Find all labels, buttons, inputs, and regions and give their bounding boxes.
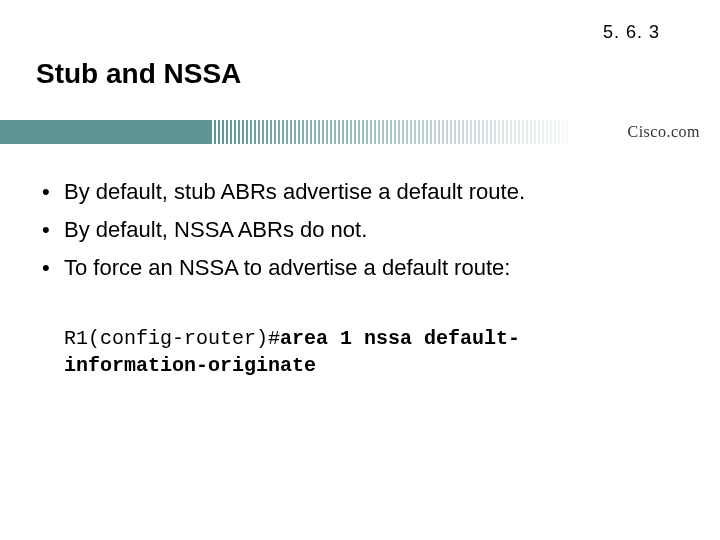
code-block: R1(config-router)#area 1 nssa default-in… bbox=[64, 325, 660, 379]
list-item: By default, NSSA ABRs do not. bbox=[40, 213, 680, 247]
list-item: To force an NSSA to advertise a default … bbox=[40, 251, 680, 285]
bullet-list: By default, stub ABRs advertise a defaul… bbox=[40, 175, 680, 289]
page-number: 5. 6. 3 bbox=[603, 22, 660, 43]
list-item: By default, stub ABRs advertise a defaul… bbox=[40, 175, 680, 209]
page-title: Stub and NSSA bbox=[36, 58, 241, 90]
divider-stripes bbox=[210, 120, 570, 144]
divider-solid bbox=[0, 120, 210, 144]
brand-label: Cisco.com bbox=[628, 120, 701, 144]
code-prompt: R1(config-router)# bbox=[64, 327, 280, 350]
slide: 5. 6. 3 Stub and NSSA Cisco.com By defau… bbox=[0, 0, 720, 540]
divider-bar: Cisco.com bbox=[0, 120, 720, 144]
